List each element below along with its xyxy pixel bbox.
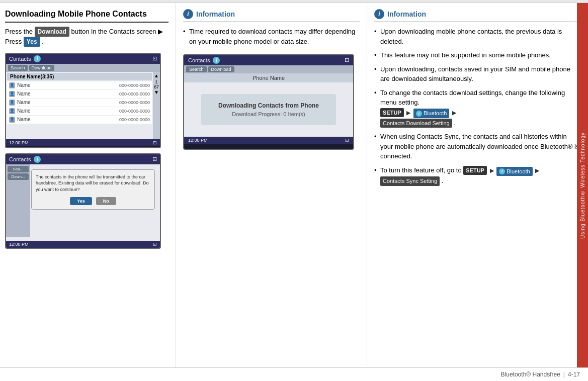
- contact-icon-1: 👤: [9, 82, 15, 88]
- dl-info-icon: i: [213, 57, 220, 64]
- screen1-toolbar: Search Download: [6, 64, 160, 72]
- screen1-phone-name-bar: Phone Name(3:35): [7, 73, 152, 80]
- contact-icon-5: 👤: [9, 117, 15, 123]
- instruction-prefix: Press the: [5, 28, 33, 35]
- contact-num-2: 000-0000-0000: [119, 91, 150, 97]
- footer-page: 4-17: [568, 371, 580, 378]
- contact-num-1: 000-0000-0000: [119, 83, 150, 88]
- right-bullet-5: When using Contacts Sync, the contacts a…: [374, 132, 581, 161]
- contacts-download-tag: Contacts Download Setting: [380, 119, 452, 128]
- screen1-status: 12:00 PM ⊡: [6, 139, 160, 146]
- right-info-divider: [374, 21, 581, 22]
- main-content: Downloading Mobile Phone Contacts Press …: [0, 3, 588, 367]
- screen2-info-icon: i: [34, 156, 41, 163]
- contact-icon-2: 👤: [9, 91, 15, 97]
- dl-header: Contacts i ⊡: [184, 55, 353, 65]
- screen1-contact-area: Phone Name(3:35) 👤 Name 000-0000-0000 👤 …: [6, 72, 160, 139]
- arrow-1: ▶: [406, 109, 410, 117]
- screen1-body: Search Download Phone Name(3:35) 👤 Name …: [6, 64, 160, 146]
- arrow-symbol: ▶: [158, 28, 163, 35]
- screen2-side-btn-1[interactable]: Sea...: [8, 166, 29, 172]
- scroll-arrow-up[interactable]: ▲: [154, 73, 159, 78]
- dialog-no-button[interactable]: No: [96, 197, 116, 206]
- right-bullet-2: This feature may not be supported in som…: [374, 50, 581, 60]
- right-column: i Information Upon downloading mobile ph…: [367, 3, 588, 367]
- dl-header-close: ⊡: [345, 57, 349, 64]
- contact-num-3: 000-0000-0000: [119, 100, 150, 105]
- scroll-num-2: 67: [154, 84, 159, 89]
- dl-phone-name: Phone Name: [184, 73, 353, 82]
- side-tab-text: Using Bluetooth® Wireless Technology: [580, 132, 585, 239]
- yes-button-inline[interactable]: Yes: [24, 37, 40, 47]
- right-bullet-1: Upon downloading mobile phone contacts, …: [374, 27, 581, 46]
- dl-body: Search Download Phone Name Downloading C…: [184, 65, 353, 137]
- screen1-contacts-main: Phone Name(3:35) 👤 Name 000-0000-0000 👤 …: [6, 72, 153, 139]
- period-1: .: [454, 119, 456, 127]
- press-label: Press: [5, 38, 22, 45]
- screen2-header-icon: ⊡: [152, 156, 157, 163]
- footer-brand: Bluetooth® Handsfree: [501, 371, 560, 378]
- downloading-screen: Contacts i ⊡ Search Download Phone Name …: [183, 54, 354, 150]
- setup-tag: SETUP: [380, 108, 404, 118]
- instruction-middle: button in the Contacts screen: [71, 28, 156, 35]
- mid-info-title: Information: [196, 10, 235, 18]
- mid-info-divider: [183, 21, 360, 22]
- dl-time: 12:00 PM: [188, 138, 208, 143]
- contact-icon-4: 👤: [9, 108, 15, 114]
- right-info-header: i Information: [374, 9, 581, 19]
- footer-separator: |: [563, 371, 565, 378]
- right-info-icon: i: [374, 9, 384, 19]
- bluetooth-tag-2: i Bluetooth: [496, 167, 532, 176]
- section-title: Downloading Mobile Phone Contacts: [5, 9, 169, 23]
- screen1-header-icon: ⊡: [152, 55, 157, 62]
- screen2-side-btn-2[interactable]: Down...: [8, 173, 29, 180]
- contact-name-2: Name: [17, 91, 119, 97]
- dl-progress-sub: Download Progress: 0 Item(s): [206, 111, 331, 117]
- dl-progress-title: Downloading Contacts from Phone: [206, 102, 331, 109]
- dl-main-area: Downloading Contacts from Phone Download…: [184, 82, 353, 137]
- screen1-info-icon: i: [34, 55, 41, 62]
- right-bullet-6: To turn this feature off, go to SETUP ▶ …: [374, 165, 581, 186]
- dialog-buttons: Yes No: [36, 197, 150, 206]
- screen2-header: Contacts i ⊡: [6, 154, 160, 164]
- phone-screen-2: Contacts i ⊡ Sea... Down... The contacts…: [5, 153, 161, 249]
- screen1-status-icon: ⊡: [153, 140, 157, 145]
- dl-status: 12:00 PM ⊡: [184, 137, 353, 144]
- dl-progress-area: Downloading Contacts from Phone Download…: [201, 94, 337, 125]
- scroll-arrow-down[interactable]: ▼: [154, 89, 159, 95]
- middle-column: i Information Time required to download …: [176, 3, 367, 367]
- screen2-overlay: Contacts i ⊡ Sea... Down... The contacts…: [6, 154, 160, 248]
- bluetooth-tag-1: i Bluetooth: [413, 109, 449, 118]
- download-button-inline[interactable]: Download: [35, 27, 69, 37]
- dl-search-btn[interactable]: Search: [186, 66, 207, 72]
- dialog-yes-button[interactable]: Yes: [70, 197, 92, 206]
- screen2-status-icon: ⊡: [153, 242, 157, 247]
- arrow-4: ▶: [535, 166, 539, 175]
- screen2-body: Sea... Down... The contacts in the phone…: [6, 164, 160, 248]
- screen1-search-btn[interactable]: Search: [8, 65, 28, 71]
- dl-toolbar: Search Download: [184, 65, 353, 73]
- left-column: Downloading Mobile Phone Contacts Press …: [0, 3, 176, 367]
- dl-download-btn[interactable]: Download: [208, 66, 234, 72]
- arrow-3: ▶: [490, 166, 494, 175]
- contacts-sync-tag: Contacts Sync Setting: [380, 176, 440, 186]
- screen1-download-btn[interactable]: Download: [29, 65, 54, 71]
- contact-row-2: 👤 Name 000-0000-0000: [7, 90, 152, 98]
- dialog-text: The contacts in the phone will be transm…: [36, 174, 150, 193]
- right-bullet-3: Upon downloading, contacts saved in your…: [374, 64, 581, 84]
- dl-status-icon: ⊡: [345, 138, 349, 143]
- screen2-dialog-popup: The contacts in the phone will be transm…: [31, 169, 155, 210]
- screen2-time: 12:00 PM: [9, 242, 29, 247]
- arrow-2: ▶: [452, 109, 456, 117]
- screen1-header-contacts: Contacts i: [9, 55, 41, 62]
- contact-name-4: Name: [17, 108, 119, 114]
- right-bullet-list: Upon downloading mobile phone contacts, …: [374, 27, 581, 186]
- contact-icon-3: 👤: [9, 100, 15, 106]
- contact-row-3: 👤 Name 000-0000-0000: [7, 99, 152, 107]
- mid-bullet-1: Time required to download contacts may d…: [183, 27, 360, 46]
- mid-info-icon: i: [183, 9, 193, 19]
- contact-name-3: Name: [17, 100, 119, 105]
- contact-row-5: 👤 Name 000-0000-0000: [7, 116, 152, 124]
- phone-screen-1: Contacts i ⊡ Search Download Phone Name(…: [5, 53, 161, 148]
- page-footer: Bluetooth® Handsfree | 4-17: [0, 367, 588, 381]
